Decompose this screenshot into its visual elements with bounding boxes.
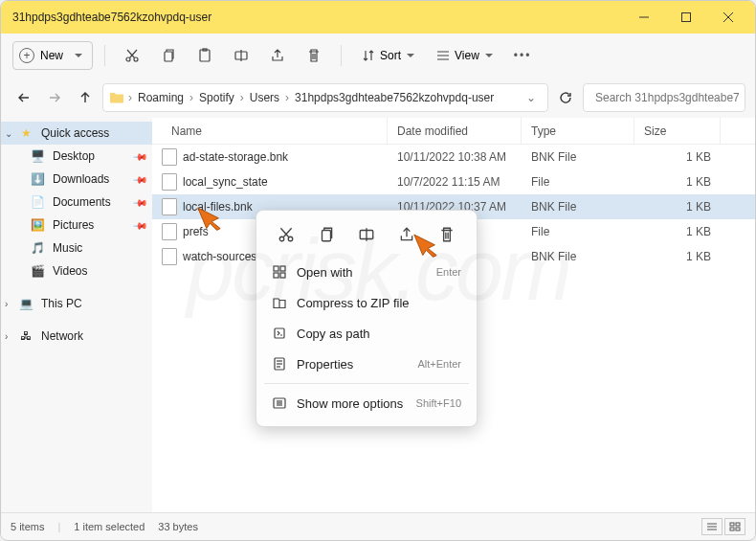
ctx-copy-button[interactable] [312, 220, 341, 249]
videos-icon: 🎬 [30, 263, 45, 279]
ctx-rename-button[interactable] [352, 220, 381, 249]
more-icon [272, 395, 287, 411]
zip-icon [272, 295, 287, 310]
file-size: 1 KB [634, 150, 721, 164]
status-selected: 1 item selected [74, 521, 145, 532]
svg-rect-22 [736, 523, 740, 526]
chevron-right-icon: › [186, 91, 197, 104]
chevron-down-icon: ⌄ [5, 128, 12, 139]
menu-separator [264, 383, 469, 384]
chevron-down-icon[interactable]: ⌄ [521, 91, 542, 104]
breadcrumb-item[interactable]: Roaming [136, 91, 186, 104]
refresh-button[interactable] [552, 84, 579, 111]
svg-point-25 [279, 237, 284, 241]
ctx-properties[interactable]: Properties Alt+Enter [262, 349, 471, 379]
rename-button[interactable] [226, 41, 256, 70]
sidebar-item-documents[interactable]: 📄Documents📌 [1, 191, 152, 214]
ctx-cut-button[interactable] [272, 220, 300, 249]
share-button[interactable] [262, 41, 293, 70]
svg-rect-9 [200, 50, 210, 61]
svg-point-4 [126, 57, 130, 61]
copy-path-icon [272, 326, 287, 341]
sort-button[interactable]: Sort [353, 41, 422, 70]
view-label: View [455, 49, 479, 62]
new-button[interactable]: + New [12, 41, 93, 70]
downloads-icon: ⬇️ [30, 171, 45, 187]
file-date: 10/7/2022 11:15 AM [388, 175, 522, 189]
toolbar: + New Sort View ••• [1, 34, 755, 78]
ctx-show-more[interactable]: Show more options Shift+F10 [262, 388, 471, 418]
column-header: Name Date modified Type Size [152, 118, 755, 145]
col-type[interactable]: Type [522, 118, 634, 144]
ctx-open-with[interactable]: Open with Enter [262, 257, 471, 287]
file-size: 1 KB [634, 175, 721, 189]
delete-button[interactable] [299, 41, 329, 70]
sidebar-item-desktop[interactable]: 🖥️Desktop📌 [1, 145, 152, 168]
pin-icon: 📌 [133, 171, 148, 187]
search-input[interactable] [595, 91, 739, 104]
view-button[interactable]: View [428, 41, 500, 70]
chevron-right-icon: › [5, 299, 8, 309]
back-button[interactable] [11, 84, 37, 111]
address-bar[interactable]: › Roaming › Spotify › Users › 31hpdps3gd… [102, 83, 548, 112]
sidebar-network[interactable]: ›🖧Network [1, 325, 152, 348]
new-label: New [40, 49, 63, 62]
col-size[interactable]: Size [634, 118, 721, 144]
status-size: 33 bytes [158, 521, 198, 532]
breadcrumb-item[interactable]: Spotify [197, 91, 236, 104]
forward-button[interactable] [41, 84, 68, 111]
details-view-button[interactable] [701, 518, 723, 535]
file-icon [162, 248, 177, 265]
svg-rect-32 [274, 266, 278, 271]
file-size: 1 KB [634, 200, 721, 214]
chevron-right-icon: › [5, 331, 8, 342]
window-title: 31hpdps3gdhteabe7562kzohvpdq-user [12, 11, 623, 24]
plus-icon: + [19, 48, 34, 63]
file-row[interactable]: ad-state-storage.bnk10/11/2022 10:38 AMB… [152, 145, 755, 169]
maximize-button[interactable] [665, 3, 707, 32]
ctx-copy-path[interactable]: Copy as path [262, 318, 471, 349]
sidebar-item-pictures[interactable]: 🖼️Pictures📌 [1, 214, 152, 237]
explorer-window: 31hpdps3gdhteabe7562kzohvpdq-user + New … [0, 0, 756, 541]
annotation-arrow-icon [196, 202, 231, 231]
sidebar-item-music[interactable]: 🎵Music [1, 237, 152, 259]
file-type: BNK File [522, 250, 634, 263]
separator [104, 45, 105, 66]
up-button[interactable] [72, 84, 99, 111]
file-icon [162, 223, 177, 240]
paste-button[interactable] [189, 41, 220, 70]
chevron-right-icon: › [281, 91, 293, 104]
copy-button[interactable] [153, 41, 184, 70]
file-type: BNK File [522, 200, 634, 214]
separator [341, 45, 342, 66]
close-button[interactable] [707, 3, 749, 32]
svg-rect-8 [165, 52, 172, 61]
search-box[interactable] [583, 83, 745, 112]
file-size: 1 KB [634, 250, 721, 263]
pin-icon: 📌 [133, 148, 148, 164]
more-button[interactable]: ••• [506, 41, 540, 70]
file-type: File [522, 225, 634, 238]
breadcrumb-item[interactable]: Users [248, 91, 281, 104]
ctx-compress[interactable]: Compress to ZIP file [262, 287, 471, 318]
col-name[interactable]: Name [152, 118, 388, 144]
sidebar-item-downloads[interactable]: ⬇️Downloads📌 [1, 168, 152, 191]
sidebar: ⌄ ★ Quick access 🖥️Desktop📌 ⬇️Downloads📌… [1, 118, 152, 512]
file-type: BNK File [522, 150, 634, 164]
file-row[interactable]: local_sync_state10/7/2022 11:15 AMFile1 … [152, 169, 755, 194]
svg-point-5 [134, 57, 138, 61]
sidebar-item-videos[interactable]: 🎬Videos [1, 259, 152, 282]
file-name: local_sync_state [183, 175, 268, 189]
svg-rect-24 [736, 528, 740, 530]
breadcrumb-item[interactable]: 31hpdps3gdhteabe7562kzohvpdq-user [293, 91, 496, 104]
minimize-button[interactable] [623, 3, 665, 32]
svg-rect-33 [280, 266, 285, 271]
file-name: ad-state-storage.bnk [183, 150, 288, 164]
file-icon [162, 148, 177, 166]
large-icons-view-button[interactable] [724, 518, 745, 535]
col-date[interactable]: Date modified [388, 118, 522, 144]
sidebar-this-pc[interactable]: ›💻This PC [1, 292, 152, 315]
svg-rect-23 [730, 528, 734, 530]
sidebar-quick-access[interactable]: ⌄ ★ Quick access [1, 122, 152, 145]
cut-button[interactable] [117, 41, 147, 70]
